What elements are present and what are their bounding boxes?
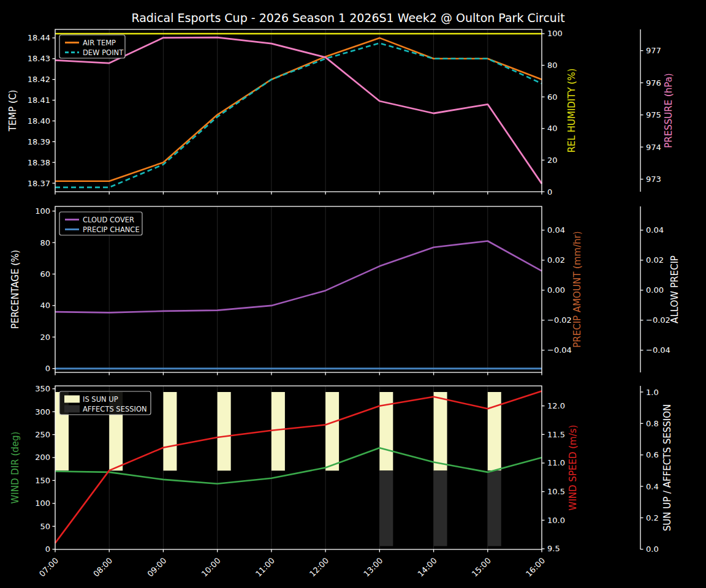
subplot-cloud-precip: 020406080100−0.04−0.020.000.020.04−0.04−… bbox=[10, 206, 680, 375]
series-wind-dir bbox=[55, 448, 542, 483]
axis-label-percentage-: PERCENTAGE (%) bbox=[10, 250, 21, 329]
y-tick-label: 300 bbox=[35, 407, 50, 417]
x-tick-label: 14:00 bbox=[416, 556, 439, 579]
y-tick-label: 10.5 bbox=[547, 487, 565, 496]
bar-is-sun-up bbox=[434, 392, 447, 470]
axis-label-sun-up-affects-session: SUN UP / AFFECTS SESSION bbox=[662, 404, 673, 532]
x-tick-label: 07:00 bbox=[37, 556, 60, 579]
y-tick-label: 9.5 bbox=[547, 544, 560, 553]
bar-is-sun-up bbox=[163, 392, 176, 470]
y-tick-label: 10.0 bbox=[547, 516, 565, 525]
y-tick-label: 977 bbox=[646, 46, 661, 55]
legend-label: AFFECTS SESSION bbox=[83, 405, 147, 413]
bar-is-sun-up bbox=[488, 392, 501, 470]
subplot-temp-humidity-pressure: 18.3718.3818.3918.4018.4118.4218.4318.44… bbox=[7, 29, 674, 196]
y-tick-label: 80 bbox=[40, 238, 50, 247]
y-tick-label: 0 bbox=[547, 187, 552, 197]
y-tick-label: 973 bbox=[646, 175, 661, 184]
y-tick-label: 0.00 bbox=[646, 285, 664, 295]
y-tick-label: 200 bbox=[35, 453, 50, 462]
legend-label: AIR TEMP bbox=[83, 39, 116, 47]
y-tick-label: 11.5 bbox=[547, 430, 565, 439]
y-tick-label: 18.41 bbox=[28, 96, 50, 105]
y-tick-label: 12.0 bbox=[547, 401, 565, 410]
y-tick-label: 100 bbox=[35, 499, 50, 508]
legend-label: DEW POINT bbox=[83, 48, 124, 57]
y-tick-label: 100 bbox=[547, 29, 563, 38]
y-tick-label: 0.04 bbox=[547, 225, 565, 235]
axis-label-precip-amount-mm-hr-: PRECIP AMOUNT (mm/hr) bbox=[572, 231, 583, 347]
y-tick-label: 0.4 bbox=[646, 482, 659, 491]
bar-is-sun-up bbox=[271, 392, 285, 470]
legend-label: IS SUN UP bbox=[83, 395, 118, 404]
bar-affects-session bbox=[488, 470, 501, 546]
y-tick-label: 0.0 bbox=[646, 545, 659, 554]
legend-label: CLOUD COVER bbox=[83, 216, 134, 224]
y-tick-label: 11.0 bbox=[547, 458, 565, 467]
x-tick-label: 13:00 bbox=[362, 556, 384, 579]
y-tick-label: 0 bbox=[45, 364, 50, 373]
y-tick-label: 150 bbox=[35, 476, 50, 485]
x-tick-label: 10:00 bbox=[200, 556, 222, 579]
y-tick-label: 60 bbox=[40, 270, 50, 279]
bar-is-sun-up bbox=[325, 392, 339, 470]
axis-label-pressure-hpa-: PRESSURE (hPa) bbox=[663, 73, 674, 148]
y-tick-label: 0.6 bbox=[646, 450, 659, 459]
legend-label: PRECIP CHANCE bbox=[83, 225, 140, 234]
x-tick-label: 12:00 bbox=[308, 556, 330, 579]
y-tick-label: 350 bbox=[35, 384, 50, 393]
y-tick-label: 20 bbox=[40, 333, 50, 342]
legend-swatch-patch bbox=[64, 405, 80, 413]
y-tick-label: 40 bbox=[40, 301, 50, 310]
series-cloud-cover bbox=[55, 241, 542, 313]
y-tick-label: 18.40 bbox=[28, 116, 50, 126]
y-tick-label: 0.04 bbox=[646, 225, 664, 235]
y-tick-label: 50 bbox=[40, 522, 50, 531]
y-tick-label: 18.44 bbox=[28, 33, 50, 42]
y-tick-label: 1.0 bbox=[646, 388, 659, 397]
y-tick-label: 18.38 bbox=[28, 158, 50, 167]
y-tick-label: 974 bbox=[646, 143, 661, 152]
forecast-charts-canvas: Radical Esports Cup - 2026 Season 1 2026… bbox=[0, 0, 706, 588]
bar-is-sun-up bbox=[218, 392, 231, 470]
x-tick-label: 15:00 bbox=[470, 556, 493, 579]
y-tick-label: 0.2 bbox=[646, 513, 659, 522]
legend-swatch-patch bbox=[64, 396, 80, 403]
y-tick-label: 20 bbox=[547, 156, 558, 165]
y-tick-label: 100 bbox=[35, 206, 50, 216]
y-tick-label: 18.37 bbox=[28, 179, 50, 188]
axis-label-wind-speed-m-s-: WIND SPEED (m/s) bbox=[567, 425, 579, 511]
y-tick-label: 18.42 bbox=[28, 75, 50, 84]
y-tick-label: 0 bbox=[45, 545, 50, 554]
y-tick-label: 40 bbox=[547, 124, 558, 133]
y-tick-label: 60 bbox=[547, 92, 558, 102]
bar-affects-session bbox=[379, 470, 393, 546]
y-tick-label: −0.02 bbox=[547, 315, 572, 325]
x-tick-label: 11:00 bbox=[254, 556, 276, 579]
subplots-group: 18.3718.3818.3918.4018.4118.4218.4318.44… bbox=[7, 29, 680, 578]
y-tick-label: 0.02 bbox=[547, 255, 565, 265]
bar-affects-session bbox=[434, 470, 447, 546]
y-tick-label: 250 bbox=[35, 430, 50, 439]
y-tick-label: −0.02 bbox=[646, 315, 670, 325]
series-dew-point bbox=[55, 43, 542, 187]
x-tick-label: 09:00 bbox=[145, 556, 168, 579]
y-tick-label: 18.39 bbox=[28, 137, 50, 146]
y-tick-label: 0.00 bbox=[547, 285, 565, 295]
axis-label-temp-c-: TEMP (C) bbox=[7, 90, 18, 132]
x-tick-label: 08:00 bbox=[91, 556, 114, 579]
axis-label-wind-dir-deg-: WIND DIR (deg) bbox=[10, 432, 21, 504]
weather-forecast-figure: Radical Esports Cup - 2026 Season 1 2026… bbox=[0, 0, 706, 588]
subplot-wind-sun: 0501001502002503003509.510.010.511.011.5… bbox=[10, 384, 673, 578]
y-tick-label: 80 bbox=[547, 61, 558, 70]
axis-label-allow-precip: ALLOW PRECIP bbox=[669, 255, 680, 323]
y-tick-label: 976 bbox=[646, 78, 661, 88]
axis-label-rel-humidity-: REL HUMIDITY (%) bbox=[566, 69, 577, 153]
y-tick-label: 18.43 bbox=[28, 54, 50, 63]
y-tick-label: 0.02 bbox=[646, 255, 664, 265]
y-tick-label: 975 bbox=[646, 110, 661, 119]
y-tick-label: 0.8 bbox=[646, 419, 659, 428]
y-tick-label: −0.04 bbox=[646, 345, 670, 355]
page-title: Radical Esports Cup - 2026 Season 1 2026… bbox=[131, 11, 564, 24]
x-tick-label: 16:00 bbox=[524, 556, 547, 579]
